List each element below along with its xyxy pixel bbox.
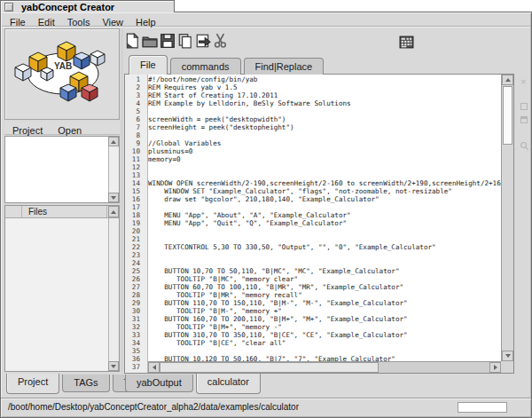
code-line: 14WINDOW OPEN screenWidth/2-190,screenHe… (125, 179, 501, 187)
scroll-down-icon[interactable] (502, 351, 513, 361)
menu-item[interactable]: Edit (32, 16, 61, 28)
sidebar-tab[interactable]: TAGs (62, 375, 109, 392)
code-line: 9//Global Variables (125, 139, 501, 147)
panel-splitter[interactable] (121, 28, 123, 372)
vertical-scroll-thumb[interactable] (503, 86, 512, 145)
code-line: 6screenWidth = peek("desktopwidth") (125, 115, 501, 123)
editor-tab[interactable]: Find|Replace (244, 58, 325, 75)
cut-icon[interactable] (213, 33, 229, 49)
code-line: 25 BUTTON 10,70 TO 50,110, "B|MC", "MC",… (125, 267, 501, 275)
code-line: 34 TOOLTIP "B|CE", "clear all" (125, 339, 501, 347)
code-line: 3REM Start of Creating 17.10.2011 (125, 91, 501, 99)
files-icon-column-header[interactable] (5, 206, 22, 217)
yab-logo: YAB (12, 40, 114, 109)
scroll-up-icon[interactable] (108, 137, 119, 146)
copy-icon[interactable] (177, 33, 193, 49)
code-line: 23 (125, 251, 501, 259)
menu-item[interactable]: Tools (61, 16, 97, 28)
new-file-icon[interactable] (124, 33, 140, 49)
code-line: 13 (125, 171, 501, 179)
close-icon[interactable]: × (520, 77, 526, 86)
menu-bar: FileEditToolsViewHelp (2, 13, 530, 27)
code-line: 33 BUTTON 310,70 TO 350,110, "B|CE", "CE… (125, 331, 501, 339)
files-column-header[interactable]: Files (23, 206, 107, 217)
scroll-down-icon[interactable] (108, 361, 119, 371)
code-line: 2REM Requires yab v 1.5 (125, 83, 501, 91)
editor-tab[interactable]: commands (170, 58, 241, 75)
code-line: 26 TOOLTIP "B|MC", "memory clear" (125, 275, 501, 283)
scrollbar-corner (501, 361, 513, 373)
menu-item[interactable]: File (4, 16, 32, 28)
project-list[interactable] (4, 136, 120, 203)
paste-icon[interactable] (195, 33, 211, 49)
code-line: 15 WINDOW SET "Example_Calculator", "fla… (125, 187, 501, 195)
menu-item[interactable]: View (96, 16, 129, 28)
horizontal-scrollbar[interactable] (148, 361, 501, 373)
code-line: 30 TOOLTIP "B|M-", "memory +" (125, 307, 501, 315)
code-line: 1#!/boot/home/config/bin/yab (125, 75, 501, 83)
app-window: yabConcept Creator FileEditToolsViewHelp (0, 0, 532, 418)
code-line: 31 BUTTON 160,70 TO 200,110, "B|M+", "M+… (125, 315, 501, 323)
window-title-tab[interactable]: yabConcept Creator (0, 0, 175, 12)
files-list[interactable]: Files (4, 205, 120, 372)
output-tab-row: yabOutputcalculator (125, 374, 263, 395)
window-title: yabConcept Creator (21, 2, 114, 12)
sidebar-tab[interactable]: Project (6, 374, 59, 394)
files-list-header: Files (5, 206, 119, 218)
code-editor[interactable]: 1#!/boot/home/config/bin/yab2REM Require… (124, 74, 514, 374)
code-line: 12 (125, 163, 501, 171)
editor-tab[interactable]: File (129, 55, 168, 75)
files-list-scrollbar[interactable] (108, 218, 119, 371)
scroll-up-icon[interactable] (108, 206, 119, 217)
code-line: 35 (125, 347, 501, 355)
code-line: 19 MENU "App", "Quit", "Q", "Example_Cal… (125, 219, 501, 227)
horizontal-scroll-thumb[interactable] (160, 362, 379, 373)
project-menu-bar: ProjectOpen (4, 122, 120, 135)
scroll-down-icon[interactable] (108, 193, 119, 202)
code-line: 28 TOOLTIP "B|MR", "memory recall" (125, 291, 501, 299)
maximize-icon[interactable] (520, 103, 528, 110)
output-tab[interactable]: yabOutput (125, 375, 193, 392)
status-progress-field (458, 402, 507, 413)
save-icon[interactable] (160, 33, 176, 49)
scroll-right-icon[interactable] (489, 362, 501, 373)
calculator-icon[interactable] (399, 35, 414, 50)
logo-panel: YAB (4, 28, 120, 120)
scroll-left-icon[interactable] (148, 362, 160, 373)
code-line: 22 TEXTCONTROL 5,30 TO 330,50, "Output",… (125, 243, 501, 251)
restore-window-icon[interactable] (520, 116, 528, 123)
side-icon-strip: × (518, 75, 530, 374)
yab-logo-text: YAB (54, 61, 72, 71)
code-line: 8 (125, 131, 501, 139)
code-line: 27 BUTTON 60,70 TO 100,110, "B|MR", "MR"… (125, 283, 501, 291)
editor-tab-row: FilecommandsFind|Replace (129, 55, 326, 74)
status-bar: /boot/home/Desktop/yabConceptCreator_alp… (1, 398, 531, 417)
open-folder-icon[interactable] (142, 33, 158, 49)
close-icon[interactable] (4, 3, 13, 12)
code-line: 7screenHeight = peek("desktopheight") (125, 123, 501, 131)
search-icon[interactable] (520, 141, 529, 151)
vertical-scrollbar[interactable] (501, 75, 513, 361)
code-line: 18 MENU "App", "About", "A", "Example_Ca… (125, 211, 501, 219)
code-line: 17 (125, 203, 501, 211)
status-path: /boot/home/Desktop/yabConceptCreator_alp… (8, 402, 299, 412)
code-line: 5 (125, 107, 501, 115)
code-text-area[interactable]: 1#!/boot/home/config/bin/yab2REM Require… (125, 75, 501, 373)
code-line: 10plusminus=0 (125, 147, 501, 155)
scroll-up-icon[interactable] (502, 75, 513, 85)
output-tab[interactable]: calculator (196, 374, 261, 394)
code-line: 11memory=0 (125, 155, 501, 163)
code-line: 24 (125, 259, 501, 267)
menu-item[interactable]: Help (129, 16, 162, 28)
code-line: 32 TOOLTIP "B|M+", "memory -" (125, 323, 501, 331)
code-line: 20 (125, 227, 501, 235)
code-line: 29 BUTTON 110,70 TO 150,110, "B|M-", "M-… (125, 299, 501, 307)
code-line: 21 (125, 235, 501, 243)
code-line: 4REM Example by Lelldorin, BeSly Softwar… (125, 99, 501, 107)
code-line: 16 draw set "bgcolor", 210,180,140, "Exa… (125, 195, 501, 203)
